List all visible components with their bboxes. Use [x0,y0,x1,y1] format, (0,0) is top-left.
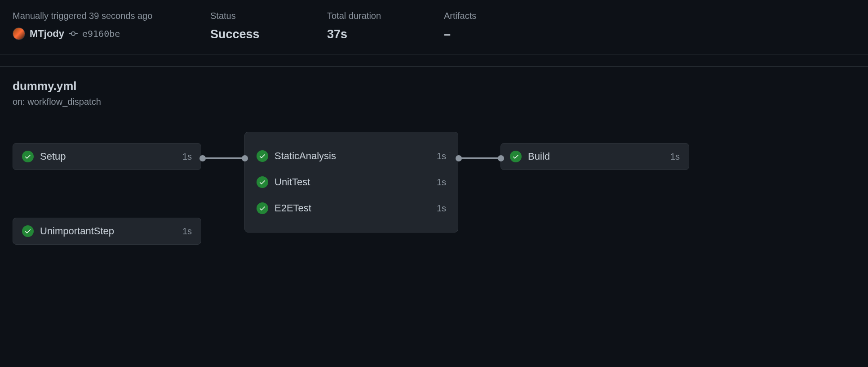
job-duration: 1s [437,151,446,161]
job-duration: 1s [182,226,192,237]
job-duration: 1s [437,203,446,214]
success-icon [510,151,522,162]
artifacts-label: Artifacts [444,11,534,21]
success-icon [257,176,268,188]
job-name: UnitTest [275,176,430,188]
connector-dot [199,155,206,161]
status-label: Status [210,11,300,21]
author-row: MTjody e9160be [13,27,183,40]
connector-dot [456,155,462,161]
workflow-section: dummy.yml on: workflow_dispatch Setup 1s… [0,67,868,300]
job-setup[interactable]: Setup 1s [13,143,201,170]
duration-section: Total duration 37s [327,11,417,41]
job-group: StaticAnalysis 1s UnitTest 1s E2ETest 1s [244,132,458,233]
workflow-name[interactable]: dummy.yml [13,79,855,93]
job-duration: 1s [670,152,680,162]
job-name: UnimportantStep [40,225,176,237]
connector-dot [498,155,504,161]
job-duration: 1s [182,152,192,162]
avatar[interactable] [13,27,25,40]
commit-hash[interactable]: e9160be [82,28,120,39]
artifacts-value: – [444,27,534,41]
trigger-section: Manually triggered 39 seconds ago MTjody… [13,11,183,41]
workflow-trigger: on: workflow_dispatch [13,97,855,107]
summary-header: Manually triggered 39 seconds ago MTjody… [0,0,868,54]
workflow-graph: Setup 1s UnimportantStep 1s StaticAnalys… [13,134,855,287]
status-value: Success [210,27,300,41]
connector-line [201,157,244,159]
status-section: Status Success [210,11,300,41]
job-unimportant[interactable]: UnimportantStep 1s [13,218,201,245]
success-icon [22,225,34,237]
success-icon [257,150,268,162]
success-icon [22,151,34,162]
connector-line [457,157,500,159]
job-name: Build [528,151,664,162]
commit-icon [69,29,78,38]
connector-dot [242,155,248,161]
success-icon [257,202,268,214]
duration-value[interactable]: 37s [327,27,417,41]
duration-label: Total duration [327,11,417,21]
trigger-text: Manually triggered 39 seconds ago [13,11,183,21]
job-unit-test[interactable]: UnitTest 1s [248,169,455,195]
author-name[interactable]: MTjody [30,28,64,40]
job-name: StaticAnalysis [275,150,430,162]
job-build[interactable]: Build 1s [500,143,689,170]
job-name: Setup [40,151,176,162]
artifacts-section: Artifacts – [444,11,534,41]
job-duration: 1s [437,177,446,188]
job-static-analysis[interactable]: StaticAnalysis 1s [248,143,455,169]
job-name: E2ETest [275,202,430,214]
job-e2e-test[interactable]: E2ETest 1s [248,195,455,221]
